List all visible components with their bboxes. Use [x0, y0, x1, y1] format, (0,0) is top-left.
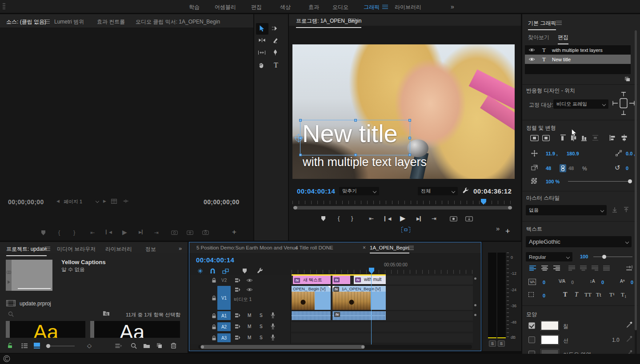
selection-handle[interactable] — [299, 119, 302, 122]
justify-last-center-icon[interactable] — [580, 265, 587, 271]
a1-lock-icon[interactable] — [212, 313, 216, 319]
workspace-tab-learning[interactable]: 학습 — [189, 4, 200, 11]
superscript-icon[interactable]: T¹ — [609, 291, 615, 298]
workspace-tab-color[interactable]: 색상 — [280, 4, 291, 11]
program-scrollbar[interactable] — [293, 206, 512, 210]
find-icon[interactable] — [131, 343, 137, 349]
meter-solo-right-button[interactable]: S — [498, 340, 505, 347]
new-item-icon[interactable] — [156, 343, 162, 348]
selection-handle[interactable] — [408, 137, 411, 139]
overlay-title-text[interactable]: New title — [302, 119, 398, 148]
distribute-v-icon[interactable] — [592, 135, 599, 141]
selection-handle[interactable] — [408, 119, 411, 122]
baseline-shift-icon[interactable]: Aª — [620, 279, 624, 284]
v1-visibility-eye-icon[interactable] — [246, 287, 253, 292]
tab-audio-clip-mixer[interactable]: 오디오 클립 믹서: 1A_OPEN_Begin — [136, 18, 220, 26]
anchor-value[interactable]: 0.0 , — [626, 151, 635, 156]
clip-v1-open-begin-2[interactable]: fx 1A_OPEN_Begin [V] — [332, 286, 386, 310]
layer-visibility-eye-icon[interactable] — [528, 57, 535, 62]
tab-info[interactable]: 정보 — [145, 245, 156, 253]
tab-effect-controls[interactable]: 효과 컨트롤 — [97, 18, 125, 26]
new-layer-button[interactable] — [624, 76, 630, 82]
tab-indent-icon[interactable] — [626, 265, 632, 271]
caption-grid-icon[interactable] — [111, 199, 117, 204]
ripple-edit-tool-icon[interactable] — [258, 38, 266, 43]
faux-bold-icon[interactable]: T — [563, 291, 567, 298]
font-size-slider[interactable] — [593, 257, 632, 257]
v2-sync-lock-icon[interactable] — [235, 278, 240, 283]
position-x-value[interactable]: 11.9 , — [546, 151, 558, 156]
program-panel-menu-icon[interactable] — [350, 19, 356, 23]
align-edge-center-icon[interactable] — [621, 135, 628, 141]
program-step-back-icon[interactable]: ▎◀ — [384, 216, 391, 221]
track-a2-lane[interactable] — [291, 322, 473, 332]
timeline-panel-menu-icon[interactable] — [408, 246, 414, 250]
source-mark-in-icon[interactable]: { — [58, 229, 60, 236]
subscript-icon[interactable]: T₁ — [621, 291, 626, 298]
tracking-icon[interactable]: VA — [528, 279, 536, 285]
selection-handle[interactable] — [299, 154, 302, 156]
tsume-icon[interactable] — [528, 292, 534, 297]
opacity-slider-knob[interactable] — [628, 179, 632, 183]
eg-tab-edit[interactable]: 편집 — [558, 34, 568, 41]
push-style-down-icon[interactable] — [612, 207, 617, 213]
eg-panel-menu-icon[interactable] — [556, 21, 562, 25]
clip-graphic-new-text[interactable]: fx 새 텍스트 — [293, 276, 331, 284]
workspace-tab-audio[interactable]: 오디오 — [332, 4, 348, 11]
creative-cloud-sync-icon[interactable] — [3, 355, 10, 362]
fit-dropdown[interactable]: 맞추기 — [339, 187, 379, 195]
program-lift-icon[interactable] — [450, 216, 457, 222]
prev-page-icon[interactable]: ◀ — [56, 199, 60, 203]
v2-lock-icon[interactable] — [212, 277, 216, 283]
source-insert-icon[interactable] — [171, 230, 178, 235]
a1-track-target[interactable]: A1 — [217, 311, 231, 320]
a2-track-target[interactable]: A2 — [217, 322, 231, 331]
program-settings-wrench-icon[interactable] — [462, 187, 469, 194]
program-video-frame[interactable]: New title with multiple text layers — [292, 44, 515, 179]
track-a3-lane[interactable] — [291, 333, 473, 343]
a2-sync-lock-icon[interactable] — [235, 324, 240, 329]
a3-mute-button[interactable]: M — [248, 335, 251, 340]
scale-x-value[interactable]: 48 — [546, 166, 551, 171]
layer-visibility-eye-icon[interactable] — [528, 47, 535, 52]
timeline-ruler[interactable] — [292, 270, 473, 274]
vscroll-knob[interactable] — [474, 277, 476, 280]
clip-a1-audio-1[interactable] — [292, 311, 331, 320]
play-preview-icon[interactable] — [7, 280, 11, 284]
justify-all-icon[interactable] — [603, 265, 610, 271]
poster-frame-camera-icon[interactable] — [7, 270, 11, 274]
leading-icon[interactable]: ↕A — [590, 279, 595, 284]
scale-y-value[interactable]: 48 — [568, 166, 574, 171]
timeline-hscrollbar-track[interactable] — [198, 345, 472, 349]
source-goto-in-icon[interactable]: ⇤ — [90, 229, 95, 236]
source-goto-out-icon[interactable]: ⇥ — [154, 229, 159, 236]
fill-color-swatch[interactable] — [541, 321, 559, 330]
stroke-checkbox[interactable] — [528, 336, 535, 343]
workspace-tab-assembly[interactable]: 어셈블리 — [215, 4, 236, 11]
text-align-right-icon[interactable] — [553, 265, 560, 271]
timeline-vscrollbar[interactable] — [474, 276, 476, 342]
clip-graphic-with-multiple[interactable]: fx with mult — [354, 276, 386, 284]
resolution-dropdown[interactable]: 전체 — [418, 187, 458, 195]
font-style-dropdown[interactable]: Regular — [526, 252, 572, 261]
list-view-icon[interactable] — [21, 343, 28, 348]
tab-source[interactable]: 소스: (클립 없음) — [6, 18, 46, 26]
new-bin-icon[interactable] — [143, 343, 150, 348]
source-step-back-icon[interactable]: ▎◀ — [106, 230, 112, 234]
a3-voiceover-mic-icon[interactable] — [271, 334, 275, 340]
kerning-value[interactable]: 0 — [571, 280, 574, 285]
pin-anchor-widget[interactable] — [612, 91, 635, 115]
slip-tool-icon[interactable] — [258, 50, 266, 55]
comparison-view-icon[interactable] — [401, 226, 411, 233]
align-edge-left-icon[interactable] — [609, 135, 616, 141]
program-mark-in-icon[interactable]: { — [338, 215, 340, 222]
align-left-icon[interactable] — [560, 135, 566, 141]
razor-tool-icon[interactable] — [272, 37, 278, 43]
source-play-icon[interactable]: ▶ — [122, 229, 127, 236]
tab-sequence-active[interactable]: 1A_OPEN_Begin — [370, 245, 409, 250]
faux-italic-icon[interactable]: T — [575, 291, 578, 298]
stroke-width-value[interactable]: 1.0 — [612, 337, 620, 343]
v1-track-target[interactable]: V1 — [217, 286, 231, 310]
v2-visibility-eye-icon[interactable] — [246, 278, 253, 283]
page-label[interactable]: 페이지 1 — [64, 198, 82, 205]
